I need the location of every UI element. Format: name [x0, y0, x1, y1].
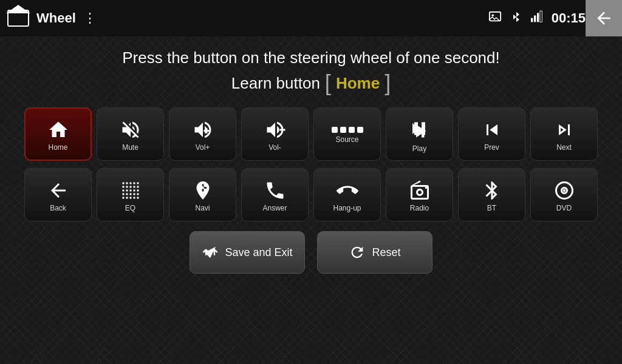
- answer-button[interactable]: Answer: [241, 168, 309, 221]
- vol-minus-button-label: Vol-: [268, 143, 281, 152]
- hang-up-button[interactable]: Hang-up: [313, 168, 381, 221]
- next-button[interactable]: Next: [530, 107, 598, 161]
- prev-button-label: Prev: [484, 143, 499, 152]
- svg-rect-3: [534, 15, 536, 22]
- svg-rect-4: [537, 13, 539, 22]
- vol-plus-button-label: Vol+: [196, 143, 210, 152]
- bracket-left: [: [325, 72, 331, 94]
- home-button-label: Home: [48, 143, 67, 152]
- bracket-right: ]: [384, 72, 391, 94]
- reset-button[interactable]: Reset: [317, 231, 432, 274]
- status-time: 00:15: [552, 10, 586, 26]
- vol-plus-button[interactable]: Vol+: [169, 107, 236, 161]
- navi-button-label: Navi: [195, 204, 210, 212]
- mute-button-label: Mute: [122, 143, 138, 152]
- menu-dots-icon[interactable]: ⋮: [83, 10, 98, 26]
- home-status-icon: [7, 10, 29, 27]
- back-button[interactable]: Back: [24, 168, 92, 221]
- eq-button-label: EQ: [125, 204, 135, 212]
- status-right: 00:15: [488, 10, 586, 27]
- dvd-button-label: DVD: [556, 204, 572, 212]
- dvd-button[interactable]: DVD: [530, 168, 598, 221]
- back-button-status[interactable]: [586, 0, 622, 36]
- main-content: Press the button on the steering wheel o…: [0, 36, 622, 280]
- instruction-text: Press the button on the steering wheel o…: [24, 49, 598, 67]
- prev-button[interactable]: Prev: [458, 107, 525, 161]
- bluetooth-icon: [510, 10, 522, 27]
- svg-point-1: [491, 14, 494, 16]
- reset-label: Reset: [372, 246, 400, 259]
- svg-rect-0: [490, 12, 501, 21]
- source-button[interactable]: Source: [313, 107, 381, 161]
- learn-button-row: Learn button [ Home ]: [24, 72, 598, 94]
- play-button-label: Play: [412, 144, 426, 153]
- eq-button[interactable]: EQ: [97, 168, 164, 221]
- save-exit-button[interactable]: Save and Exit: [190, 231, 305, 274]
- play-button[interactable]: Play: [386, 107, 453, 161]
- source-button-label: Source: [335, 135, 358, 144]
- bt-button[interactable]: BT: [458, 168, 525, 221]
- svg-rect-2: [531, 18, 533, 22]
- bottom-row: Save and Exit Reset: [24, 231, 598, 274]
- svg-rect-5: [540, 11, 542, 22]
- svg-point-9: [562, 189, 566, 192]
- radio-button[interactable]: Radio: [386, 168, 453, 221]
- current-button-name: Home: [336, 74, 380, 93]
- button-grid-row2: Back EQ Navi Answer Hang-up Radio: [24, 168, 598, 221]
- image-icon: [488, 10, 502, 27]
- status-bar: Wheel ⋮ 00:15: [0, 0, 622, 36]
- learn-label: Learn button: [231, 74, 320, 93]
- navi-button[interactable]: Navi: [169, 168, 236, 221]
- status-left: Wheel ⋮: [7, 10, 98, 27]
- home-button[interactable]: Home: [24, 107, 92, 161]
- answer-button-label: Answer: [262, 204, 287, 212]
- signal-icon: [531, 10, 543, 27]
- back-button-label: Back: [50, 204, 66, 212]
- next-button-label: Next: [556, 143, 572, 152]
- hang-up-button-label: Hang-up: [333, 204, 361, 212]
- app-title: Wheel: [36, 10, 76, 26]
- bt-button-label: BT: [487, 204, 496, 212]
- radio-button-label: Radio: [410, 204, 429, 212]
- source-dots: [332, 127, 363, 133]
- save-exit-label: Save and Exit: [225, 246, 292, 259]
- mute-button[interactable]: Mute: [97, 107, 164, 161]
- svg-rect-6: [279, 129, 285, 131]
- vol-minus-button[interactable]: Vol-: [241, 107, 309, 161]
- button-grid-row1: Home Mute Vol+ Vol- Source: [24, 107, 598, 161]
